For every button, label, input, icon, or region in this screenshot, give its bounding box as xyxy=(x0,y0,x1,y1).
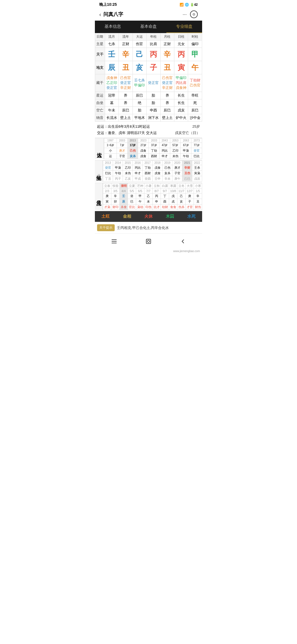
svg-rect-3 xyxy=(146,239,151,244)
liuyear-table: 2013 2014 2015 2016 2017 2018 2019 2020 … xyxy=(103,160,202,182)
zanggan-6: 丁劫财己伤官 xyxy=(188,74,202,92)
home-icon xyxy=(145,238,152,245)
nav-menu-button[interactable] xyxy=(109,236,120,247)
wuxing-jin: 金相 xyxy=(116,211,138,222)
liuyue-tg-row: 庚 辛 壬 癸 甲 乙 丙 丁 戊 己 庚 辛 xyxy=(103,193,202,199)
xingyun-4: 养 xyxy=(160,92,174,99)
liuyear-section: 流年 小运 2013 2014 2015 2016 2017 2018 2019… xyxy=(95,160,202,182)
dayun-section: 大运 1997 2003 2013 2023 2033 2043 2053 20… xyxy=(95,138,202,159)
nayin-4: 壁上土 xyxy=(160,114,174,121)
xingyun-2: 辰巳 xyxy=(133,92,146,99)
nayin-5: 炉中火 xyxy=(174,114,188,121)
svg-rect-2 xyxy=(112,243,117,243)
back-button[interactable]: ‹ xyxy=(99,11,101,18)
col-header-dayun: 大运 xyxy=(133,33,146,40)
signal-icon: 📶 xyxy=(180,3,184,7)
col-header-liuyear: 流年 xyxy=(119,33,133,40)
qiyun-text: 起运：出生后6年3月8天11时起运 xyxy=(97,123,150,130)
menu-icon xyxy=(111,238,117,245)
qiyun-age: 25岁 xyxy=(193,123,200,130)
dayun-bottom-row: 运 子官 亥杀 戌食 酉财 申才 未伤 午劫 巳比 xyxy=(104,154,202,159)
tab-basic-info[interactable]: 基本信息 xyxy=(95,21,131,33)
dayun-year-row: 1997 2003 2013 2023 2033 2043 2053 2063 … xyxy=(104,138,202,143)
zanggan-1: 己伤官癸正官辛正财 xyxy=(119,74,133,92)
kongwang-4: 辰巳 xyxy=(160,107,174,114)
zhuxing-6: 偏印 xyxy=(188,40,202,48)
zhuxing-1: 正财 xyxy=(119,40,133,48)
col-header-riqi: 日期 xyxy=(95,33,105,40)
zizuo-label: 自坐 xyxy=(95,99,105,107)
dizhi-2: 亥 xyxy=(133,61,146,74)
kongwang-3: 申酉 xyxy=(147,107,160,114)
main-table: 日期 流月 流年 大运 年柱 月柱 日柱 时柱 主星 七杀 正财 伤官 比肩 正… xyxy=(95,33,202,122)
tiangan-4: 辛 xyxy=(160,48,174,61)
dizhi-6: 午 xyxy=(188,61,202,74)
tiangan-row: 天干 壬 辛 己 丙 辛 丙 甲 xyxy=(95,48,202,61)
kongwang-2: 胎 xyxy=(133,107,146,114)
tiangan-3: 丙 xyxy=(147,48,160,61)
zhuxing-row: 主星 七杀 正财 伤官 比肩 正财 元女 偏印 xyxy=(95,40,202,48)
liuyear-dz-row: 巳比 午劫 未伤 申才 酉财 戌食 亥杀 子官 丑伤 寅枭 xyxy=(103,171,202,176)
watermark: www.jiemengbao.com xyxy=(95,249,202,253)
tiangan-6: 甲 xyxy=(188,48,202,61)
dizhi-3: 子 xyxy=(147,61,160,74)
nayin-row: 纳音 长流水 壁上土 平地木 涧下水 壁上土 炉中火 沙中金 xyxy=(95,114,202,121)
time: 晚上10:25 xyxy=(99,2,117,7)
zanggan-4: 己伤官癸正官辛正财 xyxy=(160,74,174,92)
info-bar: 起运：出生后6年3月8天11时起运 25岁 交运：逢癸、戊年 清明后27天 交大… xyxy=(95,122,202,138)
kongwang-5: 戌亥 xyxy=(174,107,188,114)
wuxing-shui: 水死 xyxy=(181,211,202,222)
tab-bar: 基本信息 基本命盘 专业细盘 xyxy=(95,21,202,33)
liuyear-xiaoyun-row: 丁丑 丙子 乙亥 甲戌 癸酉 壬申 辛未 庚午 己巳 戊辰 xyxy=(103,176,202,182)
zanggan-row: 藏干 戊食神乙正印癸正官 己伤官癸正官辛正财 壬七杀甲偏印 癸正官 己伤官癸正官… xyxy=(95,74,202,92)
status-bar: 晚上10:25 📶 🌐 🔋42 xyxy=(95,0,202,8)
zhuxing-2: 伤官 xyxy=(133,40,146,48)
dayun-table: 1997 2003 2013 2023 2033 2043 2053 2063 … xyxy=(104,138,202,159)
camera-button[interactable]: ⊙ xyxy=(190,10,198,18)
svg-point-4 xyxy=(147,240,150,242)
tiangan-hint: 天干提示 壬丙相克,甲己合化土,丙辛合化水 xyxy=(95,222,202,233)
liuyear-year-row: 2013 2014 2015 2016 2017 2018 2019 2020 … xyxy=(103,161,202,165)
col-header-rizhu: 日柱 xyxy=(174,33,188,40)
zizuo-4: 养 xyxy=(160,99,174,107)
dizhi-5: 寅 xyxy=(174,61,188,74)
nav-back-button[interactable] xyxy=(177,236,188,247)
tiangan-2: 己 xyxy=(133,48,146,61)
zizuo-3: 胎 xyxy=(147,99,160,107)
page-title: 问真八字 xyxy=(103,11,183,18)
nav-home-button[interactable] xyxy=(143,236,154,247)
dayun-label: 大运 xyxy=(95,138,104,159)
zizuo-2: 绝 xyxy=(133,99,146,107)
hint-text: 壬丙相克,甲己合化土,丙辛合化水 xyxy=(117,225,169,230)
jiaoyun-text: 交运：逢癸、戊年 清明后27天 交大运 xyxy=(97,130,157,136)
hint-label: 天干提示 xyxy=(97,224,115,231)
back-icon xyxy=(180,238,186,245)
liuyue-table: 立春 惊蛰 清明 立夏 芒种 小暑 立秋 白露 寒露 立冬 大雪 小寒 2/3 … xyxy=(103,183,202,210)
xingyun-0: 冠带 xyxy=(105,92,119,99)
liuyue-stars-row: 才枭 财印 杀食 官比 枭劫 印伤 比才 劫财 食食 伤杀 才官 财伤 xyxy=(103,204,202,210)
nayin-1: 壁上土 xyxy=(119,114,133,121)
zizuo-row: 自坐 墓 养 绝 胎 养 长生 死 xyxy=(95,99,202,107)
nayin-3: 涧下水 xyxy=(147,114,160,121)
tab-basic-chart[interactable]: 基本命盘 xyxy=(131,21,166,33)
dizhi-0: 辰 xyxy=(105,61,119,74)
kongwang-row: 空亡 午未 辰巳 胎 申酉 辰巳 戌亥 辰巳 xyxy=(95,107,202,114)
tab-pro-chart[interactable]: 专业细盘 xyxy=(166,21,202,33)
kongwang-label: 空亡 xyxy=(95,107,105,114)
camera-icon: ⊙ xyxy=(193,12,195,16)
liuyue-festival-row: 立春 惊蛰 清明 立夏 芒种 小暑 立秋 白露 寒露 立冬 大雪 小寒 xyxy=(103,183,202,189)
kongwang-0: 午未 xyxy=(105,107,119,114)
jiaoyun-note: 戌亥空亡（日） xyxy=(175,130,200,136)
dizhi-label: 地支 xyxy=(95,61,105,74)
tiangan-0: 壬 xyxy=(105,48,119,61)
zanggan-5: 甲偏印丙比肩戊食神 xyxy=(174,74,188,92)
status-icons: 📶 🌐 🔋42 xyxy=(180,3,198,7)
dayun-top-row: 小 庚才 己伤 戊食 丁劫 丙比 乙印 甲枭 癸官 xyxy=(104,148,202,154)
zhuxing-3: 比肩 xyxy=(147,40,160,48)
zizuo-0: 墓 xyxy=(105,99,119,107)
dizhi-row: 地支 辰 丑 亥 子 丑 寅 午 xyxy=(95,61,202,74)
nayin-label: 纳音 xyxy=(95,114,105,121)
more-button[interactable]: ··· xyxy=(183,12,187,17)
bottom-nav xyxy=(95,233,202,249)
liuyue-section: 流月 立春 惊蛰 清明 立夏 芒种 小暑 立秋 白露 寒露 立冬 大雪 小寒 2… xyxy=(95,183,202,210)
